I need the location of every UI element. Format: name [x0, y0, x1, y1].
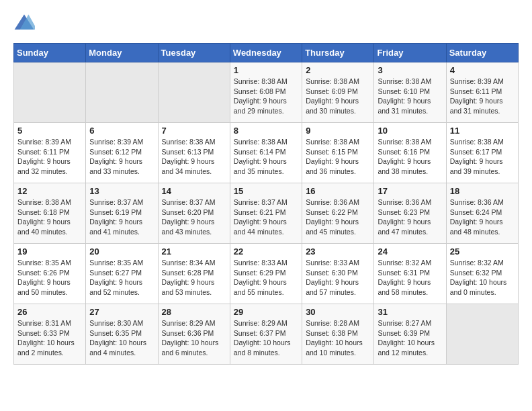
day-info: Sunrise: 8:38 AM Sunset: 6:08 PM Dayligh… — [234, 77, 298, 116]
calendar-cell: 29Sunrise: 8:29 AM Sunset: 6:37 PM Dayli… — [230, 304, 302, 365]
day-number: 2 — [306, 65, 370, 75]
calendar-cell: 31Sunrise: 8:27 AM Sunset: 6:39 PM Dayli… — [374, 304, 446, 365]
calendar-cell: 26Sunrise: 8:31 AM Sunset: 6:33 PM Dayli… — [14, 304, 86, 365]
day-number: 3 — [378, 65, 442, 75]
calendar-cell: 15Sunrise: 8:37 AM Sunset: 6:21 PM Dayli… — [230, 183, 302, 244]
calendar-cell: 11Sunrise: 8:38 AM Sunset: 6:17 PM Dayli… — [446, 123, 518, 183]
day-info: Sunrise: 8:38 AM Sunset: 6:13 PM Dayligh… — [162, 137, 226, 177]
calendar-cell: 28Sunrise: 8:29 AM Sunset: 6:36 PM Dayli… — [158, 304, 230, 365]
day-info: Sunrise: 8:38 AM Sunset: 6:14 PM Dayligh… — [234, 137, 298, 177]
day-info: Sunrise: 8:27 AM Sunset: 6:39 PM Dayligh… — [378, 318, 442, 358]
calendar-header: SundayMondayTuesdayWednesdayThursdayFrid… — [14, 44, 519, 62]
day-number: 26 — [17, 307, 82, 317]
calendar-table: SundayMondayTuesdayWednesdayThursdayFrid… — [13, 43, 519, 365]
day-info: Sunrise: 8:39 AM Sunset: 6:12 PM Dayligh… — [89, 137, 154, 177]
calendar-cell: 3Sunrise: 8:38 AM Sunset: 6:10 PM Daylig… — [374, 62, 446, 123]
day-info: Sunrise: 8:38 AM Sunset: 6:17 PM Dayligh… — [450, 137, 515, 177]
day-number: 20 — [89, 246, 154, 257]
day-info: Sunrise: 8:30 AM Sunset: 6:35 PM Dayligh… — [89, 318, 154, 358]
day-number: 22 — [234, 246, 298, 257]
day-info: Sunrise: 8:29 AM Sunset: 6:37 PM Dayligh… — [234, 318, 298, 358]
day-info: Sunrise: 8:36 AM Sunset: 6:23 PM Dayligh… — [378, 197, 442, 237]
day-info: Sunrise: 8:38 AM Sunset: 6:09 PM Dayligh… — [306, 77, 370, 116]
day-info: Sunrise: 8:36 AM Sunset: 6:22 PM Dayligh… — [306, 197, 370, 237]
calendar-cell: 25Sunrise: 8:32 AM Sunset: 6:32 PM Dayli… — [446, 244, 518, 304]
day-info: Sunrise: 8:33 AM Sunset: 6:30 PM Dayligh… — [306, 258, 370, 298]
calendar-cell: 20Sunrise: 8:35 AM Sunset: 6:27 PM Dayli… — [86, 244, 158, 304]
day-number: 29 — [234, 307, 298, 317]
day-number: 13 — [89, 186, 154, 196]
calendar-cell: 30Sunrise: 8:28 AM Sunset: 6:38 PM Dayli… — [302, 304, 374, 365]
day-number: 18 — [450, 186, 515, 196]
day-number: 30 — [306, 307, 370, 317]
calendar-cell: 22Sunrise: 8:33 AM Sunset: 6:29 PM Dayli… — [230, 244, 302, 304]
day-info: Sunrise: 8:32 AM Sunset: 6:32 PM Dayligh… — [450, 258, 515, 298]
day-info: Sunrise: 8:31 AM Sunset: 6:33 PM Dayligh… — [17, 318, 82, 358]
day-info: Sunrise: 8:38 AM Sunset: 6:10 PM Dayligh… — [378, 77, 442, 116]
header-day-sunday: Sunday — [14, 44, 86, 62]
calendar-cell: 23Sunrise: 8:33 AM Sunset: 6:30 PM Dayli… — [302, 244, 374, 304]
calendar-cell: 17Sunrise: 8:36 AM Sunset: 6:23 PM Dayli… — [374, 183, 446, 244]
logo — [13, 13, 38, 32]
week-row-0: 1Sunrise: 8:38 AM Sunset: 6:08 PM Daylig… — [14, 62, 519, 123]
calendar-cell: 2Sunrise: 8:38 AM Sunset: 6:09 PM Daylig… — [302, 62, 374, 123]
day-info: Sunrise: 8:37 AM Sunset: 6:20 PM Dayligh… — [162, 197, 226, 237]
day-number: 5 — [17, 126, 82, 136]
day-number: 21 — [162, 246, 226, 257]
day-number: 25 — [450, 246, 515, 257]
day-number: 16 — [306, 186, 370, 196]
day-number: 19 — [17, 246, 82, 257]
calendar-cell: 27Sunrise: 8:30 AM Sunset: 6:35 PM Dayli… — [86, 304, 158, 365]
day-info: Sunrise: 8:37 AM Sunset: 6:19 PM Dayligh… — [89, 197, 154, 237]
calendar-cell — [14, 62, 86, 123]
day-info: Sunrise: 8:35 AM Sunset: 6:26 PM Dayligh… — [17, 258, 82, 298]
calendar-cell: 10Sunrise: 8:38 AM Sunset: 6:16 PM Dayli… — [374, 123, 446, 183]
day-number: 7 — [162, 126, 226, 136]
day-number: 14 — [162, 186, 226, 196]
day-number: 9 — [306, 126, 370, 136]
page-header — [13, 13, 519, 32]
calendar-cell: 24Sunrise: 8:32 AM Sunset: 6:31 PM Dayli… — [374, 244, 446, 304]
day-number: 17 — [378, 186, 442, 196]
day-number: 31 — [378, 307, 442, 317]
day-number: 11 — [450, 126, 515, 136]
day-number: 24 — [378, 246, 442, 257]
calendar-cell: 19Sunrise: 8:35 AM Sunset: 6:26 PM Dayli… — [14, 244, 86, 304]
calendar-cell: 7Sunrise: 8:38 AM Sunset: 6:13 PM Daylig… — [158, 123, 230, 183]
header-day-saturday: Saturday — [446, 44, 518, 62]
day-number: 8 — [234, 126, 298, 136]
day-info: Sunrise: 8:39 AM Sunset: 6:11 PM Dayligh… — [17, 137, 82, 177]
calendar-cell: 13Sunrise: 8:37 AM Sunset: 6:19 PM Dayli… — [86, 183, 158, 244]
calendar-body: 1Sunrise: 8:38 AM Sunset: 6:08 PM Daylig… — [14, 62, 519, 365]
day-info: Sunrise: 8:29 AM Sunset: 6:36 PM Dayligh… — [162, 318, 226, 358]
day-number: 6 — [89, 126, 154, 136]
calendar-cell: 5Sunrise: 8:39 AM Sunset: 6:11 PM Daylig… — [14, 123, 86, 183]
calendar-cell: 1Sunrise: 8:38 AM Sunset: 6:08 PM Daylig… — [230, 62, 302, 123]
calendar-cell: 6Sunrise: 8:39 AM Sunset: 6:12 PM Daylig… — [86, 123, 158, 183]
calendar-cell — [446, 304, 518, 365]
day-info: Sunrise: 8:28 AM Sunset: 6:38 PM Dayligh… — [306, 318, 370, 358]
day-info: Sunrise: 8:36 AM Sunset: 6:24 PM Dayligh… — [450, 197, 515, 237]
week-row-2: 12Sunrise: 8:38 AM Sunset: 6:18 PM Dayli… — [14, 183, 519, 244]
calendar-cell — [158, 62, 230, 123]
day-number: 12 — [17, 186, 82, 196]
header-day-thursday: Thursday — [302, 44, 374, 62]
calendar-cell: 9Sunrise: 8:38 AM Sunset: 6:15 PM Daylig… — [302, 123, 374, 183]
calendar-cell: 12Sunrise: 8:38 AM Sunset: 6:18 PM Dayli… — [14, 183, 86, 244]
day-info: Sunrise: 8:34 AM Sunset: 6:28 PM Dayligh… — [162, 258, 226, 298]
calendar-cell: 14Sunrise: 8:37 AM Sunset: 6:20 PM Dayli… — [158, 183, 230, 244]
header-day-monday: Monday — [86, 44, 158, 62]
calendar-cell — [86, 62, 158, 123]
day-info: Sunrise: 8:35 AM Sunset: 6:27 PM Dayligh… — [89, 258, 154, 298]
day-number: 23 — [306, 246, 370, 257]
day-number: 1 — [234, 65, 298, 75]
calendar-cell: 4Sunrise: 8:39 AM Sunset: 6:11 PM Daylig… — [446, 62, 518, 123]
day-info: Sunrise: 8:37 AM Sunset: 6:21 PM Dayligh… — [234, 197, 298, 237]
header-day-friday: Friday — [374, 44, 446, 62]
day-number: 10 — [378, 126, 442, 136]
day-info: Sunrise: 8:38 AM Sunset: 6:15 PM Dayligh… — [306, 137, 370, 177]
calendar-cell: 8Sunrise: 8:38 AM Sunset: 6:14 PM Daylig… — [230, 123, 302, 183]
week-row-3: 19Sunrise: 8:35 AM Sunset: 6:26 PM Dayli… — [14, 244, 519, 304]
week-row-4: 26Sunrise: 8:31 AM Sunset: 6:33 PM Dayli… — [14, 304, 519, 365]
day-info: Sunrise: 8:32 AM Sunset: 6:31 PM Dayligh… — [378, 258, 442, 298]
